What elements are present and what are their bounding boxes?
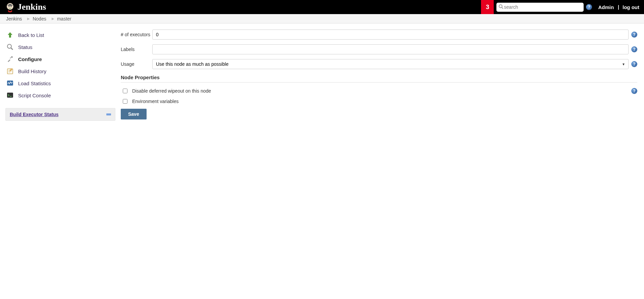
svg-rect-13	[7, 93, 13, 98]
search-icon	[498, 4, 504, 10]
build-executor-status[interactable]: Build Executor Status	[5, 108, 115, 121]
header: Jenkins 3 ? Admin | log out	[0, 0, 644, 14]
env-vars-checkbox[interactable]	[123, 99, 127, 104]
monitor-icon	[6, 79, 14, 87]
divider	[121, 82, 637, 83]
svg-point-7	[11, 56, 13, 58]
svg-point-5	[7, 44, 11, 48]
sidebar-item-load-stats[interactable]: Load Statistics	[5, 77, 115, 89]
notepad-icon	[6, 67, 14, 75]
svg-point-1	[9, 6, 10, 7]
sidebar-item-label: Script Console	[18, 93, 51, 98]
magnifier-icon	[6, 43, 14, 51]
search-input[interactable]	[504, 4, 582, 10]
sidebar-item-status[interactable]: Status	[5, 41, 115, 53]
help-icon[interactable]: ?	[631, 61, 637, 67]
executors-input[interactable]	[152, 30, 629, 40]
jenkins-logo-icon	[5, 2, 15, 12]
help-icon[interactable]: ?	[631, 88, 637, 94]
user-link[interactable]: Admin	[598, 4, 614, 10]
label-labels: Labels	[121, 47, 152, 52]
chevron-right-icon: ▶	[27, 17, 30, 20]
row-usage: Usage Use this node as much as possible …	[121, 59, 637, 69]
svg-line-4	[502, 7, 503, 9]
breadcrumb-item[interactable]: Nodes	[33, 16, 46, 21]
brand-text: Jenkins	[17, 2, 46, 12]
logo[interactable]: Jenkins	[0, 2, 46, 12]
search-box[interactable]	[496, 3, 584, 12]
sidebar-item-script-console[interactable]: Script Console	[5, 89, 115, 101]
help-icon[interactable]: ?	[631, 32, 637, 38]
sidebar-item-build-history[interactable]: Build History	[5, 65, 115, 77]
main-panel: # of executors ? Labels ? Usage Use this…	[121, 23, 644, 126]
terminal-icon	[6, 91, 14, 99]
svg-line-6	[11, 48, 13, 50]
svg-point-2	[11, 6, 12, 7]
collapse-icon[interactable]	[106, 113, 111, 115]
up-arrow-icon	[6, 31, 14, 39]
sidebar-item-label: Build History	[18, 68, 46, 74]
sidebar-item-configure[interactable]: Configure	[5, 53, 115, 65]
breadcrumb: Jenkins ▶ Nodes ▶ master	[0, 14, 644, 23]
save-button[interactable]: Save	[121, 109, 147, 119]
sidebar-item-label: Back to List	[18, 32, 44, 38]
label-usage: Usage	[121, 61, 152, 67]
svg-point-3	[499, 5, 502, 8]
help-icon[interactable]: ?	[631, 46, 637, 52]
row-executors: # of executors ?	[121, 30, 637, 40]
logout-link[interactable]: log out	[623, 4, 639, 10]
sidebar-item-label: Status	[18, 44, 33, 50]
row-labels: Labels ?	[121, 44, 637, 54]
row-env-vars: Environment variables	[121, 97, 637, 107]
sidebar-item-back[interactable]: Back to List	[5, 29, 115, 41]
breadcrumb-item[interactable]: master	[57, 16, 71, 21]
label-executors: # of executors	[121, 32, 152, 37]
help-icon[interactable]: ?	[586, 4, 592, 10]
sidebar-item-label: Load Statistics	[18, 81, 51, 86]
row-disable-wipeout: Disable deferred wipeout on this node ?	[121, 87, 637, 97]
section-node-properties: Node Properties	[121, 74, 637, 80]
executor-title[interactable]: Build Executor Status	[10, 112, 58, 117]
sidebar-item-label: Configure	[18, 56, 42, 62]
checkbox-label: Disable deferred wipeout on this node	[132, 88, 211, 94]
sidebar: Back to List Status Configure Build Hist…	[0, 23, 121, 126]
labels-input[interactable]	[152, 44, 629, 54]
chevron-right-icon: ▶	[52, 17, 54, 20]
breadcrumb-item[interactable]: Jenkins	[6, 16, 22, 21]
disable-wipeout-checkbox[interactable]	[123, 89, 127, 93]
tools-icon	[6, 55, 14, 63]
usage-select[interactable]: Use this node as much as possible	[152, 59, 629, 69]
notification-badge[interactable]: 3	[481, 0, 494, 14]
checkbox-label: Environment variables	[132, 99, 179, 104]
